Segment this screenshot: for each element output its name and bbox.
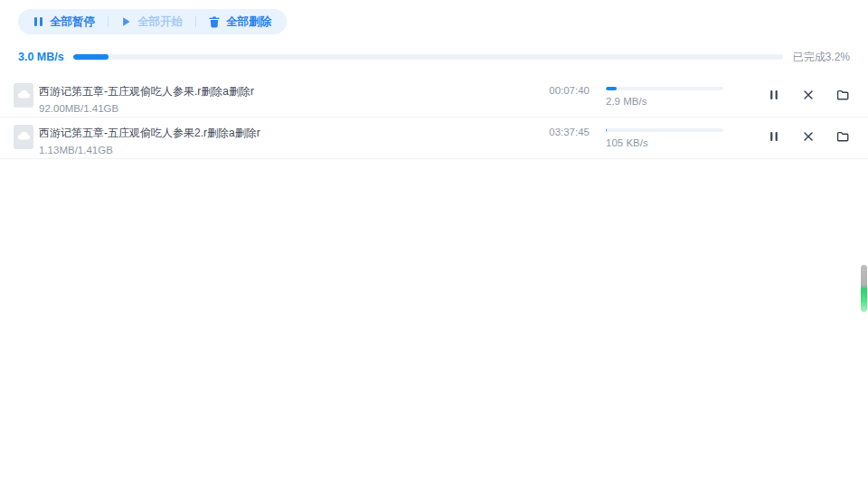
file-icon [14, 83, 33, 108]
overall-progress-row: 3.0 MB/s 已完成3.2% [18, 50, 850, 64]
overall-progress-bar [73, 54, 783, 60]
time-remaining: 00:07:40 [535, 83, 590, 96]
pause-all-label: 全部暂停 [50, 16, 95, 28]
toolbar-divider [108, 16, 108, 27]
file-name: 西游记第五章-五庄观偷吃人参果.r删除a删除r [39, 84, 535, 99]
pause-button[interactable] [767, 88, 781, 102]
row-progress-fill [606, 87, 617, 90]
row-progress-fill [606, 128, 607, 132]
delete-all-label: 全部删除 [226, 16, 271, 28]
scrollbar-thumb[interactable] [861, 265, 867, 312]
remove-button[interactable] [801, 129, 816, 144]
file-meta: 西游记第五章-五庄观偷吃人参果.r删除a删除r 92.00MB/1.41GB [39, 83, 535, 114]
play-icon [121, 16, 131, 27]
row-progress-bar [606, 87, 723, 90]
file-meta: 西游记第五章-五庄观偷吃人参果2.r删除a删除r 1.13MB/1.41GB [39, 125, 535, 155]
pause-button[interactable] [767, 129, 781, 144]
row-progress: 2.9 MB/s [606, 83, 723, 107]
time-remaining: 03:37:45 [535, 125, 590, 137]
download-speed: 2.9 MB/s [606, 96, 723, 107]
pause-icon [33, 16, 43, 27]
toolbar-divider [195, 16, 196, 27]
download-list: 西游记第五章-五庄观偷吃人参果.r删除a删除r 92.00MB/1.41GB 0… [0, 76, 868, 159]
overall-progress-fill [73, 54, 108, 60]
start-all-button[interactable]: 全部开始 [121, 16, 183, 28]
row-progress-bar [606, 128, 723, 132]
pause-all-button[interactable]: 全部暂停 [33, 16, 95, 28]
row-actions [767, 83, 850, 102]
delete-all-button[interactable]: 全部删除 [209, 16, 271, 28]
row-actions [767, 125, 850, 144]
download-row[interactable]: 西游记第五章-五庄观偷吃人参果2.r删除a删除r 1.13MB/1.41GB 0… [0, 118, 868, 159]
file-name: 西游记第五章-五庄观偷吃人参果2.r删除a删除r [39, 126, 535, 141]
download-manager-window: 全部暂停 全部开始 全部删除 3.0 MB/s 已完成3.2% [0, 0, 868, 499]
completed-label: 已完成3.2% [793, 50, 850, 65]
total-speed: 3.0 MB/s [18, 51, 64, 63]
download-speed: 105 KB/s [606, 137, 723, 148]
remove-button[interactable] [801, 88, 816, 102]
file-size: 1.13MB/1.41GB [39, 145, 535, 155]
download-row[interactable]: 西游记第五章-五庄观偷吃人参果.r删除a删除r 92.00MB/1.41GB 0… [0, 76, 868, 118]
start-all-label: 全部开始 [137, 16, 183, 28]
trash-icon [209, 16, 220, 28]
toolbar: 全部暂停 全部开始 全部删除 [18, 9, 287, 34]
file-size: 92.00MB/1.41GB [39, 103, 535, 114]
open-folder-button[interactable] [835, 129, 850, 144]
row-progress: 105 KB/s [606, 125, 723, 148]
open-folder-button[interactable] [835, 88, 850, 102]
file-icon [14, 125, 33, 149]
